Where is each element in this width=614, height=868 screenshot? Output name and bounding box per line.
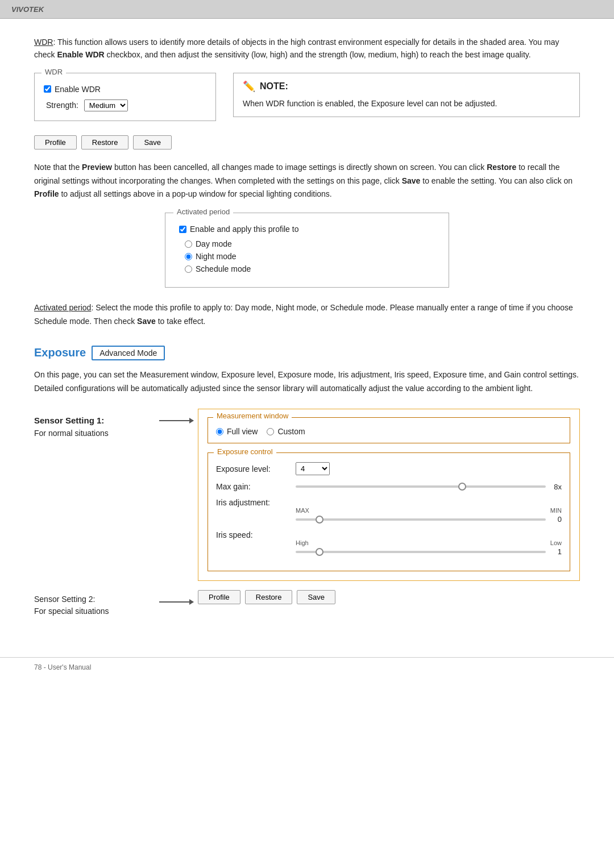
radio-night-label: Night mode	[196, 252, 237, 261]
note-title: NOTE:	[260, 81, 288, 92]
full-view-radio-label: Full view	[216, 427, 258, 436]
strength-select[interactable]: Low Medium High	[84, 99, 128, 111]
iris-speed-row: Iris speed: High Low 1	[216, 530, 562, 556]
wdr-bold1: Enable WDR	[57, 50, 104, 59]
wdr-box: WDR Enable WDR Strength: Low Medium High	[34, 73, 216, 121]
enable-wdr-row: Enable WDR	[44, 85, 204, 94]
restore-button-2[interactable]: Restore	[245, 590, 293, 604]
sensor1-subtitle: For normal situations	[34, 427, 159, 439]
iris-adj-track	[296, 518, 546, 521]
max-gain-track	[296, 485, 546, 488]
sensor1-arrow	[159, 409, 193, 421]
profile-button-1[interactable]: Profile	[34, 135, 77, 149]
exposure-desc: On this page, you can set the Measuremen…	[34, 368, 580, 396]
custom-radio[interactable]	[267, 428, 274, 435]
enable-apply-label: Enable and apply this profile to	[190, 225, 298, 234]
preview-bold2: Restore	[487, 163, 516, 172]
footer-text: 78 - User's Manual	[34, 663, 91, 671]
enable-wdr-checkbox[interactable]	[44, 85, 51, 93]
sensor2-title: Sensor Setting 2:	[34, 593, 159, 605]
full-view-radio[interactable]	[216, 428, 223, 435]
preview-part4: to enable the setting. You can also clic…	[420, 176, 572, 185]
activated-text2: to take effect.	[156, 317, 206, 326]
radio-day-label: Day mode	[196, 239, 232, 248]
save-button-2[interactable]: Save	[297, 590, 335, 604]
sensor2-btns: Profile Restore Save	[198, 590, 335, 604]
exposure-header: Exposure Advanced Mode	[34, 346, 580, 360]
meas-row: Full view Custom	[216, 427, 562, 436]
settings-panel: Measurement window Full view Custom	[198, 409, 580, 581]
restore-button-1[interactable]: Restore	[81, 135, 129, 149]
note-box: ✏️ NOTE: When WDR function is enabled, t…	[233, 73, 580, 117]
exposure-level-control: 123 4 5678	[296, 462, 562, 475]
max-gain-value: 8x	[550, 483, 562, 491]
sensor2-subtitle: For special situations	[34, 605, 159, 617]
note-text: When WDR function is enabled, the Exposu…	[243, 97, 570, 110]
max-gain-row: Max gain: 8x	[216, 482, 562, 491]
strength-label: Strength:	[46, 101, 78, 110]
exposure-level-select[interactable]: 123 4 5678	[296, 462, 330, 475]
full-view-label: Full view	[227, 427, 258, 436]
iris-adj-thumb[interactable]	[316, 516, 323, 524]
radio-schedule-label: Schedule mode	[196, 264, 251, 273]
iris-speed-high-label: High	[296, 539, 309, 546]
exposure-control-section: Exposure control Exposure level: 123 4 5…	[208, 452, 570, 571]
preview-part5: to adjust all settings above in a pop-up…	[59, 189, 332, 198]
sensor2-row: Sensor Setting 2: For special situations…	[34, 590, 580, 617]
activated-period-title: Activated period	[173, 207, 233, 216]
max-gain-thumb[interactable]	[458, 483, 466, 491]
wdr-box-title: WDR	[42, 68, 66, 76]
max-gain-slider-row: 8x	[296, 483, 562, 491]
iris-min-label: MIN	[550, 507, 562, 514]
activated-text1: : Select the mode this profile to apply …	[34, 303, 573, 326]
wdr-label: WDR	[34, 38, 53, 47]
radio-night-input[interactable]	[185, 253, 192, 260]
content-area: WDR: This function allows users to ident…	[0, 19, 614, 640]
brand-logo: VIVOTEK	[11, 5, 44, 14]
custom-label: Custom	[277, 427, 305, 436]
iris-speed-control: High Low 1	[216, 539, 562, 556]
profile-button-2[interactable]: Profile	[198, 590, 240, 604]
iris-speed-low-label: Low	[550, 539, 562, 546]
exposure-level-row: Exposure level: 123 4 5678	[216, 462, 562, 475]
iris-adj-label: Iris adjustment:	[216, 498, 296, 507]
radio-schedule-mode: Schedule mode	[185, 264, 435, 273]
enable-apply-row: Enable and apply this profile to	[179, 225, 435, 234]
iris-speed-label: Iris speed:	[216, 530, 296, 539]
wdr-intro-text2: checkbox, and then adjust the sensitivit…	[105, 50, 531, 59]
advanced-mode-button[interactable]: Advanced Mode	[92, 346, 165, 360]
activated-period-text: Activated period: Select the mode this p…	[34, 301, 580, 329]
note-icon: ✏️	[243, 80, 255, 93]
radio-day-mode: Day mode	[185, 239, 435, 248]
preview-bold4: Profile	[34, 189, 59, 198]
activated-period-box: Activated period Enable and apply this p…	[165, 213, 449, 288]
sensor1-layout: Sensor Setting 1: For normal situations …	[34, 409, 580, 581]
iris-adj-labels: MAX MIN	[296, 507, 562, 514]
btn-row-1: Profile Restore Save	[34, 135, 580, 149]
arrow-line	[159, 420, 193, 421]
enable-apply-checkbox[interactable]	[179, 226, 186, 233]
strength-row: Strength: Low Medium High	[46, 99, 204, 111]
page-wrapper: VIVOTEK WDR: This function allows users …	[0, 0, 614, 868]
save-button-1[interactable]: Save	[133, 135, 172, 149]
iris-speed-slider-row: 1	[296, 547, 562, 556]
sensor2-label: Sensor Setting 2: For special situations	[34, 590, 159, 617]
iris-speed-track	[296, 551, 546, 553]
iris-max-label: MAX	[296, 507, 309, 514]
radio-day-input[interactable]	[185, 240, 192, 248]
preview-part2: button has been cancelled, all changes m…	[112, 163, 487, 172]
activated-label: Activated period	[34, 303, 91, 312]
max-gain-label: Max gain:	[216, 482, 296, 491]
iris-speed-thumb[interactable]	[316, 548, 323, 556]
exposure-level-label: Exposure level:	[216, 464, 296, 474]
wdr-note-row: WDR Enable WDR Strength: Low Medium High	[34, 73, 580, 121]
radio-schedule-input[interactable]	[185, 265, 192, 273]
wdr-intro: WDR: This function allows users to ident…	[34, 36, 580, 61]
iris-adj-slider-row: 0	[296, 515, 562, 524]
exposure-title: Exposure	[34, 346, 86, 359]
measurement-window-border: Measurement window Full view Custom	[208, 417, 570, 443]
note-header: ✏️ NOTE:	[243, 80, 570, 93]
preview-text: Note that the Preview button has been ca…	[34, 161, 580, 201]
radio-night-mode: Night mode	[185, 252, 435, 261]
exposure-control-title: Exposure control	[214, 447, 276, 456]
